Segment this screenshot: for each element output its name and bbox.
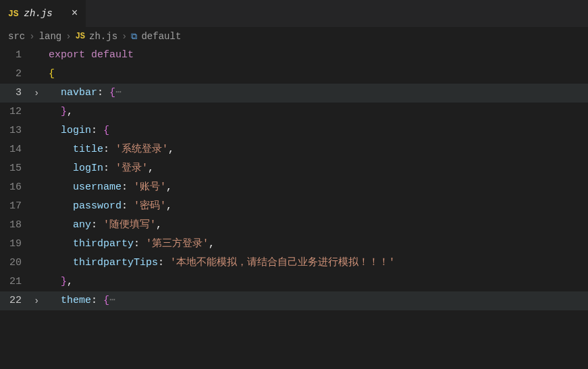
code-line: 16 username: '账号', <box>0 178 588 197</box>
editor-tab[interactable]: JS zh.js × <box>0 0 86 27</box>
fold-toggle[interactable]: › <box>34 84 49 103</box>
breadcrumb-seg[interactable]: lang <box>39 31 62 42</box>
code-line: 14 title: '系统登录', <box>0 140 588 159</box>
js-file-icon: JS <box>8 9 19 19</box>
chevron-right-icon: › <box>65 31 71 42</box>
code-line: 19 thirdparty: '第三方登录', <box>0 235 588 254</box>
line-number: 13 <box>0 121 34 140</box>
line-number: 19 <box>0 235 34 254</box>
code-line: 3 › navbar: {⋯ <box>0 84 588 103</box>
fold-toggle[interactable]: › <box>34 291 49 310</box>
line-number: 12 <box>0 103 34 121</box>
breadcrumb-seg[interactable]: zh.js <box>89 31 117 42</box>
line-number: 18 <box>0 216 34 235</box>
chevron-right-icon: › <box>34 88 39 98</box>
code-line: 22 › theme: {⋯ <box>0 291 588 310</box>
line-number: 1 <box>0 46 34 65</box>
code-line: 12 }, <box>0 103 588 121</box>
symbol-icon: ⧉ <box>131 32 137 42</box>
line-number: 3 <box>0 84 34 103</box>
line-number: 21 <box>0 273 34 291</box>
line-number: 22 <box>0 291 34 310</box>
chevron-right-icon: › <box>34 295 39 306</box>
code-line: 21 }, <box>0 273 588 291</box>
fold-gutter <box>34 65 49 84</box>
line-number: 14 <box>0 140 34 159</box>
js-file-icon: JS <box>76 32 85 41</box>
code-editor[interactable]: 1 export default 2 { 3 › navbar: {⋯ 12 }… <box>0 46 588 310</box>
code-line: 15 logIn: '登录', <box>0 159 588 178</box>
fold-gutter <box>34 46 49 65</box>
line-number: 15 <box>0 159 34 178</box>
code-line: 20 thirdpartyTips: '本地不能模拟，请结合自己业务进行模拟！！… <box>0 254 588 273</box>
line-number: 2 <box>0 65 34 84</box>
close-icon[interactable]: × <box>72 7 78 20</box>
line-number: 16 <box>0 178 34 197</box>
chevron-right-icon: › <box>122 31 127 42</box>
line-number: 17 <box>0 197 34 216</box>
code-line: 1 export default <box>0 46 588 65</box>
chevron-right-icon: › <box>29 31 34 42</box>
code-line: 18 any: '随便填写', <box>0 216 588 235</box>
tab-title: zh.js <box>24 8 53 19</box>
breadcrumb-seg[interactable]: default <box>141 31 181 42</box>
code-line: 2 { <box>0 65 588 84</box>
breadcrumb-seg[interactable]: src <box>8 31 25 42</box>
tab-bar: JS zh.js × <box>0 0 588 27</box>
line-number: 20 <box>0 254 34 273</box>
code-line: 13 login: { <box>0 121 588 140</box>
breadcrumb: src › lang › JS zh.js › ⧉ default <box>0 27 588 46</box>
code-line: 17 password: '密码', <box>0 197 588 216</box>
